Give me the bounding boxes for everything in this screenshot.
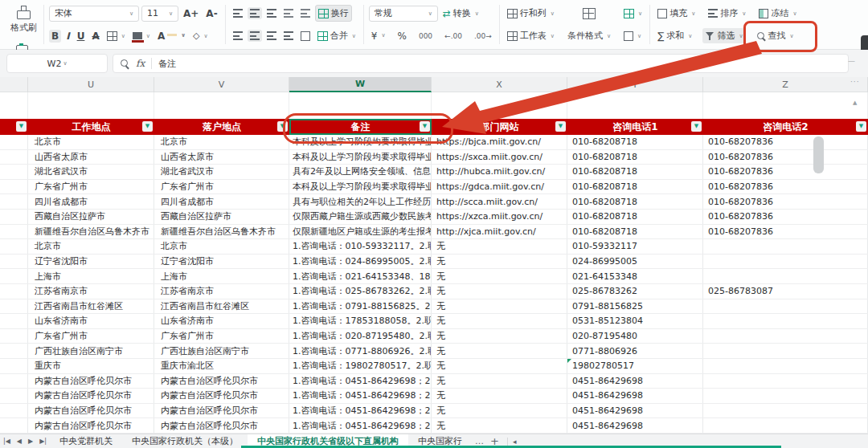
wrap-text-button[interactable]: 换行 (315, 5, 352, 22)
cell[interactable] (0, 135, 28, 149)
cell[interactable] (703, 269, 868, 283)
cell[interactable] (703, 359, 868, 373)
cell[interactable]: 1.咨询电话：0451-86429698；2.职位 (289, 418, 432, 433)
cell[interactable]: 仅限西藏户籍生源或西藏少数民族考生 (289, 210, 432, 224)
cell[interactable] (0, 404, 28, 418)
cell[interactable]: 010-68208718 (567, 135, 703, 149)
column-header-X[interactable]: X (432, 77, 567, 92)
cell[interactable] (0, 180, 28, 194)
sort-button[interactable]: 排序 (706, 6, 748, 21)
cell[interactable]: 山东省济南市 (28, 314, 154, 328)
cell[interactable] (703, 389, 868, 403)
cell[interactable] (0, 359, 28, 373)
cell[interactable]: 无 (432, 418, 567, 433)
cell[interactable]: 无 (432, 404, 567, 418)
filter-dropdown-icon[interactable]: ▼ (277, 121, 288, 132)
cell[interactable] (0, 210, 28, 224)
strikethrough-button[interactable]: A (89, 30, 101, 43)
blank-cell[interactable] (567, 92, 703, 119)
cell[interactable] (0, 344, 28, 358)
thousands-button[interactable]: 000 (416, 31, 435, 42)
formula-input[interactable]: fx 备注 (113, 54, 849, 73)
cell[interactable]: 无 (432, 374, 567, 389)
cell[interactable]: 无 (432, 239, 567, 254)
decrease-font-button[interactable]: A- (203, 7, 219, 20)
filter-button[interactable]: 筛选 (702, 28, 745, 43)
cell[interactable] (703, 299, 868, 314)
font-size-select[interactable]: 11 (141, 6, 178, 22)
cell[interactable] (0, 329, 28, 344)
cell[interactable]: 仅限新疆地区户籍或生源的考生报考； (289, 225, 432, 239)
sheet-nav-icon-2[interactable]: ▶ (25, 438, 36, 445)
blank-cell[interactable] (432, 92, 567, 119)
cell[interactable]: 1.咨询电话：020-87195480。2.职位要 (289, 329, 432, 344)
cell[interactable]: 0451-86429698 (567, 374, 703, 389)
underline-button[interactable]: U (75, 30, 88, 43)
cell[interactable]: 本科及以上学习阶段均要求取得毕业证 (289, 135, 432, 149)
cell[interactable]: 无 (432, 255, 567, 269)
blank-cell[interactable] (289, 92, 432, 119)
cell[interactable]: http://xjca.miit.gov.cn/ (432, 225, 567, 239)
search-icon[interactable] (120, 59, 129, 68)
cell[interactable]: 19802780517 (567, 359, 703, 373)
cell[interactable] (703, 418, 868, 433)
cell[interactable] (0, 165, 28, 179)
sum-button[interactable]: ∑ 求和 (655, 28, 694, 43)
rows-columns-button[interactable]: 行和列 (505, 6, 557, 21)
borders-button[interactable] (104, 30, 128, 43)
align-left-button[interactable] (231, 30, 245, 42)
align-right-button[interactable] (264, 30, 279, 42)
cell[interactable]: 010-68207836 (703, 194, 868, 209)
table-header-cell[interactable]: 咨询电话2▼ (703, 119, 868, 135)
cell[interactable]: 内蒙古自治区呼伦贝尔市 (154, 404, 289, 418)
cell[interactable]: 1.咨询电话：0451-86429698；2.职位 (289, 389, 432, 403)
cell[interactable]: 内蒙古自治区呼伦贝尔市 (154, 389, 289, 403)
filter-dropdown-icon[interactable]: ▼ (420, 121, 430, 132)
cell[interactable]: 021-64153348 (567, 269, 703, 283)
filter-dropdown-icon[interactable]: ▼ (142, 121, 153, 132)
justify-button[interactable] (281, 30, 296, 42)
cell[interactable]: 内蒙古自治区呼伦贝尔市 (28, 374, 154, 389)
decrease-indent-button[interactable] (281, 7, 296, 19)
cell[interactable] (0, 284, 28, 299)
format-painter-button[interactable]: 格式刷 (9, 2, 39, 36)
cell[interactable]: 1.咨询电话：0451-86429698；2.职位 (289, 374, 432, 389)
fill-button[interactable]: 填充 (655, 6, 698, 21)
filter-dropdown-icon[interactable]: ▼ (856, 121, 866, 132)
cell[interactable]: 无 (432, 314, 567, 328)
cell[interactable] (0, 389, 28, 403)
cell[interactable]: http://scca.miit.gov.cn/ (432, 194, 567, 209)
cell[interactable]: 广西壮族自治区南宁市 (28, 344, 154, 358)
cell[interactable] (703, 239, 868, 254)
freeze-button[interactable]: 冻结 (756, 6, 799, 21)
cell[interactable] (0, 239, 28, 254)
cell[interactable]: 无 (432, 299, 567, 314)
cell[interactable]: 010-68208718 (567, 225, 703, 239)
cell[interactable] (703, 314, 868, 328)
cell[interactable] (703, 404, 868, 418)
cell[interactable]: 上海市 (154, 269, 289, 283)
cell[interactable]: 010-68208718 (567, 194, 703, 209)
sheet-tab[interactable]: 中央国家行政机关（本级） (122, 434, 248, 448)
cell[interactable]: 0451-86429698 (567, 389, 703, 403)
cell[interactable] (0, 194, 28, 209)
distributed-button[interactable] (298, 30, 313, 43)
cell[interactable]: 重庆市 (28, 359, 154, 373)
filter-dropdown-icon[interactable]: ▼ (16, 121, 27, 132)
column-header-Z[interactable]: Z (703, 77, 868, 92)
cell[interactable]: 1.咨询电话：021-64153348、180163 (289, 269, 432, 283)
font-color-button[interactable]: A (155, 30, 188, 43)
find-button[interactable]: 查找 (754, 28, 796, 43)
italic-button[interactable]: I (63, 30, 72, 43)
eraser-button[interactable]: ◇ (190, 29, 211, 43)
cell[interactable]: 024-86995005 (567, 255, 703, 269)
cell[interactable]: 内蒙古自治区呼伦贝尔市 (154, 418, 289, 433)
worksheet-button[interactable]: 工作表 (505, 28, 557, 43)
cell[interactable]: https://bjca.miit.gov.cn/ (432, 135, 567, 149)
table-header-cell[interactable]: ▼ (0, 119, 28, 135)
table-header-cell[interactable]: 咨询电话1▼ (567, 119, 703, 135)
cell[interactable]: 0791-88156825 (567, 299, 703, 314)
cell[interactable]: 北京市 (28, 239, 154, 254)
column-header-Y[interactable]: Y (567, 77, 703, 92)
bold-button[interactable]: B (49, 30, 61, 43)
